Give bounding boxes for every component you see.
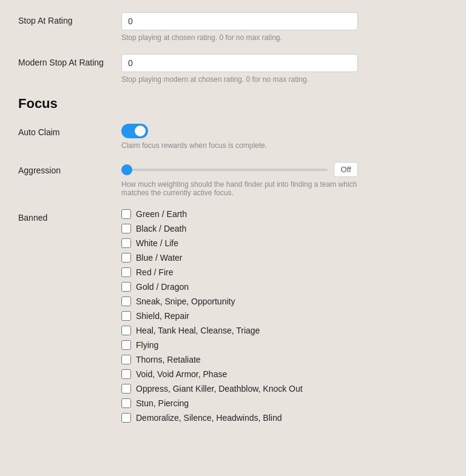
banned-label-demoralize-silence-headwinds-blind: Demoralize, Silence, Headwinds, Blind xyxy=(136,413,282,423)
list-item[interactable]: Demoralize, Silence, Headwinds, Blind xyxy=(121,413,448,423)
aggression-hint: How much weighting should the hand finde… xyxy=(121,180,358,197)
list-item[interactable]: Green / Earth xyxy=(121,209,448,219)
banned-label-thorns-retaliate: Thorns, Retaliate xyxy=(136,355,201,364)
banned-content: Green / EarthBlack / DeathWhite / LifeBl… xyxy=(121,209,448,423)
banned-checkbox-black-death[interactable] xyxy=(121,224,131,233)
banned-checkbox-demoralize-silence-headwinds-blind[interactable] xyxy=(121,413,131,423)
banned-label-sneak-snipe-opportunity: Sneak, Snipe, Opportunity xyxy=(136,297,235,306)
modern-stop-at-rating-label: Modern Stop At Rating xyxy=(18,54,121,67)
banned-checkbox-green-earth[interactable] xyxy=(121,209,131,219)
modern-stop-at-rating-input[interactable] xyxy=(121,54,358,72)
modern-stop-at-rating-content: Stop playing modern at chosen rating. 0 … xyxy=(121,54,448,84)
banned-label-flying: Flying xyxy=(136,340,158,350)
auto-claim-row: Auto Claim Claim focus rewards when focu… xyxy=(18,124,448,150)
list-item[interactable]: Black / Death xyxy=(121,224,448,233)
banned-checkbox-shield-repair[interactable] xyxy=(121,311,131,321)
list-item[interactable]: Stun, Piercing xyxy=(121,398,448,408)
banned-checkbox-gold-dragon[interactable] xyxy=(121,282,131,292)
banned-label-stun-piercing: Stun, Piercing xyxy=(136,398,189,408)
auto-claim-toggle-wrapper xyxy=(121,124,448,138)
auto-claim-slider xyxy=(121,124,148,138)
banned-label-red-fire: Red / Fire xyxy=(136,267,173,277)
stop-at-rating-content: Stop playing at chosen rating. 0 for no … xyxy=(121,12,448,42)
banned-label-oppress-giant-killer-deathblow-knockout: Oppress, Giant Killer, Deathblow, Knock … xyxy=(136,384,303,394)
aggression-slider[interactable] xyxy=(121,169,328,171)
banned-checkbox-heal-tank-heal-cleanse-triage[interactable] xyxy=(121,326,131,335)
stop-at-rating-hint: Stop playing at chosen rating. 0 for no … xyxy=(121,33,358,42)
aggression-slider-row: Off xyxy=(121,162,358,177)
banned-label: Banned xyxy=(18,209,121,223)
list-item[interactable]: Gold / Dragon xyxy=(121,282,448,292)
list-item[interactable]: Red / Fire xyxy=(121,267,448,277)
modern-stop-at-rating-hint: Stop playing modern at chosen rating. 0 … xyxy=(121,75,358,84)
banned-label-white-life: White / Life xyxy=(136,238,178,248)
banned-label-black-death: Black / Death xyxy=(136,224,186,233)
banned-checkbox-thorns-retaliate[interactable] xyxy=(121,355,131,364)
banned-checkbox-blue-water[interactable] xyxy=(121,253,131,263)
banned-label-void-void-armor-phase: Void, Void Armor, Phase xyxy=(136,369,227,379)
banned-label-heal-tank-heal-cleanse-triage: Heal, Tank Heal, Cleanse, Triage xyxy=(136,326,260,335)
auto-claim-content: Claim focus rewards when focus is comple… xyxy=(121,124,448,150)
aggression-label: Aggression xyxy=(18,162,121,175)
banned-checkbox-list: Green / EarthBlack / DeathWhite / LifeBl… xyxy=(121,209,448,423)
list-item[interactable]: Void, Void Armor, Phase xyxy=(121,369,448,379)
auto-claim-toggle[interactable] xyxy=(121,124,148,138)
banned-label-gold-dragon: Gold / Dragon xyxy=(136,282,189,292)
stop-at-rating-input[interactable] xyxy=(121,12,358,30)
list-item[interactable]: Shield, Repair xyxy=(121,311,448,321)
list-item[interactable]: Blue / Water xyxy=(121,253,448,263)
list-item[interactable]: Heal, Tank Heal, Cleanse, Triage xyxy=(121,326,448,335)
banned-label-green-earth: Green / Earth xyxy=(136,209,187,219)
banned-label-shield-repair: Shield, Repair xyxy=(136,311,189,321)
banned-checkbox-white-life[interactable] xyxy=(121,238,131,248)
banned-label-blue-water: Blue / Water xyxy=(136,253,183,263)
auto-claim-hint: Claim focus rewards when focus is comple… xyxy=(121,141,358,150)
list-item[interactable]: White / Life xyxy=(121,238,448,248)
list-item[interactable]: Sneak, Snipe, Opportunity xyxy=(121,297,448,306)
modern-stop-at-rating-row: Modern Stop At Rating Stop playing moder… xyxy=(18,54,448,84)
list-item[interactable]: Flying xyxy=(121,340,448,350)
banned-checkbox-sneak-snipe-opportunity[interactable] xyxy=(121,297,131,306)
focus-section-title: Focus xyxy=(18,96,448,112)
banned-checkbox-void-void-armor-phase[interactable] xyxy=(121,369,131,379)
auto-claim-label: Auto Claim xyxy=(18,124,121,137)
aggression-row: Aggression Off How much weighting should… xyxy=(18,162,448,197)
banned-checkbox-red-fire[interactable] xyxy=(121,267,131,277)
stop-at-rating-row: Stop At Rating Stop playing at chosen ra… xyxy=(18,12,448,42)
banned-checkbox-oppress-giant-killer-deathblow-knockout[interactable] xyxy=(121,384,131,394)
banned-row: Banned Green / EarthBlack / DeathWhite /… xyxy=(18,209,448,423)
banned-checkbox-stun-piercing[interactable] xyxy=(121,398,131,408)
list-item[interactable]: Oppress, Giant Killer, Deathblow, Knock … xyxy=(121,384,448,394)
stop-at-rating-label: Stop At Rating xyxy=(18,12,121,25)
list-item[interactable]: Thorns, Retaliate xyxy=(121,355,448,364)
aggression-content: Off How much weighting should the hand f… xyxy=(121,162,448,197)
banned-checkbox-flying[interactable] xyxy=(121,340,131,350)
aggression-value: Off xyxy=(334,162,358,177)
